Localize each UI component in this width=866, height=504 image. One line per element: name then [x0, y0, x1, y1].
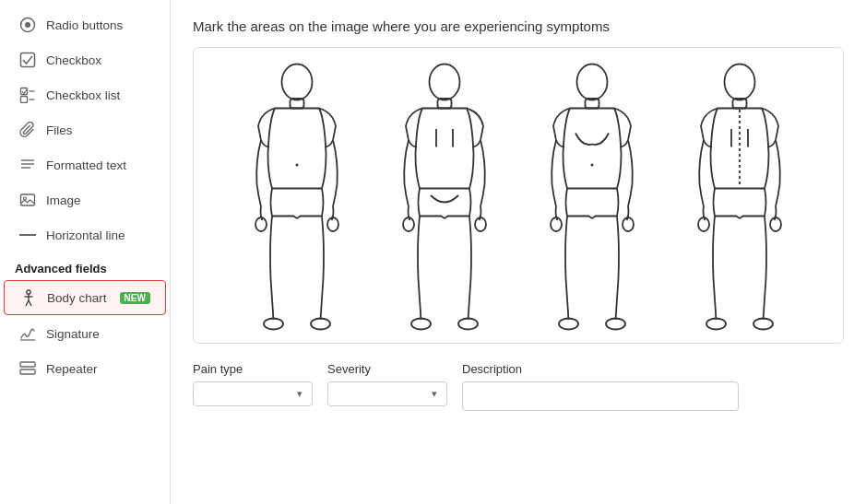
paperclip-icon: [18, 121, 37, 139]
radio-icon: [18, 16, 37, 34]
horizontal-line-icon: [18, 226, 37, 244]
sidebar-item-radio-buttons-label: Radio buttons: [46, 18, 123, 32]
sidebar-item-checkbox-label: Checkbox: [46, 53, 101, 67]
svg-point-39: [623, 217, 634, 231]
sidebar-item-formatted-text-label: Formatted text: [46, 158, 126, 172]
sidebar-item-files[interactable]: Files: [4, 113, 166, 147]
svg-point-42: [591, 164, 594, 167]
body-chart-icon: [19, 288, 38, 307]
main-title: Mark the areas on the image where you ar…: [193, 18, 844, 34]
svg-rect-10: [21, 194, 35, 205]
sidebar-item-horizontal-line[interactable]: Horizontal line: [4, 218, 166, 252]
sidebar-item-checkbox[interactable]: Checkbox: [4, 43, 166, 76]
signature-icon: [18, 324, 37, 343]
svg-point-49: [706, 319, 726, 330]
sidebar-item-checkbox-list-label: Checkbox list: [46, 88, 120, 102]
description-label: Description: [462, 362, 739, 376]
sidebar: Radio buttons Checkbox Checkbox list: [0, 0, 171, 504]
svg-point-24: [327, 217, 338, 231]
svg-rect-19: [20, 362, 35, 367]
pain-type-chevron: ▾: [297, 388, 303, 400]
sidebar-item-body-chart-label: Body chart: [47, 291, 107, 305]
body-figure-1: [232, 57, 362, 334]
sidebar-item-checkbox-list[interactable]: Checkbox list: [4, 78, 166, 111]
sidebar-item-files-label: Files: [46, 123, 73, 137]
body-chart-container[interactable]: [193, 47, 844, 344]
sidebar-item-horizontal-line-label: Horizontal line: [46, 229, 125, 242]
formatted-text-icon: [18, 156, 37, 174]
repeater-icon: [18, 359, 37, 378]
checkbox-list-icon: [18, 86, 37, 104]
svg-point-25: [264, 319, 283, 330]
svg-line-17: [29, 300, 31, 306]
sidebar-item-radio-buttons[interactable]: Radio buttons: [4, 8, 166, 41]
description-field: Description: [462, 362, 739, 411]
sidebar-item-body-chart[interactable]: Body chart NEW: [4, 280, 166, 315]
svg-point-40: [559, 319, 578, 330]
body-figure-4: [675, 57, 804, 334]
svg-point-1: [25, 22, 30, 28]
main-content: Mark the areas on the image where you ar…: [171, 0, 866, 504]
svg-point-21: [282, 64, 313, 100]
sidebar-item-formatted-text[interactable]: Formatted text: [4, 148, 166, 182]
checkbox-icon: [18, 51, 37, 69]
svg-point-11: [24, 197, 27, 200]
body-figure-3: [528, 57, 657, 334]
fields-row: Pain type ▾ Severity ▾ Description: [193, 362, 844, 411]
new-badge: NEW: [120, 292, 150, 304]
svg-point-28: [430, 64, 460, 100]
description-input[interactable]: [462, 381, 739, 411]
severity-label: Severity: [327, 362, 447, 376]
svg-point-13: [27, 290, 30, 294]
svg-point-43: [725, 64, 755, 100]
pain-type-field: Pain type ▾: [193, 362, 313, 406]
svg-point-47: [698, 217, 709, 231]
svg-point-50: [753, 319, 773, 330]
svg-point-26: [311, 319, 330, 330]
pain-type-label: Pain type: [193, 362, 313, 376]
svg-point-36: [577, 64, 608, 100]
svg-line-16: [26, 300, 29, 306]
svg-point-27: [296, 164, 299, 167]
svg-point-35: [458, 319, 478, 330]
svg-point-48: [770, 217, 781, 231]
pain-type-select[interactable]: ▾: [193, 381, 313, 406]
severity-field: Severity ▾: [327, 362, 447, 406]
sidebar-item-repeater[interactable]: Repeater: [4, 352, 166, 385]
svg-point-33: [475, 217, 486, 231]
svg-rect-4: [21, 97, 28, 103]
severity-select[interactable]: ▾: [327, 381, 447, 406]
svg-point-41: [606, 319, 625, 330]
sidebar-item-signature-label: Signature: [46, 327, 100, 341]
sidebar-item-signature[interactable]: Signature: [4, 317, 166, 350]
svg-point-32: [403, 217, 414, 231]
image-icon: [18, 191, 37, 209]
svg-rect-2: [21, 53, 35, 67]
severity-chevron: ▾: [432, 388, 437, 400]
sidebar-item-image-label: Image: [46, 193, 81, 207]
svg-point-34: [411, 319, 431, 330]
advanced-fields-title: Advanced fields: [0, 252, 170, 279]
sidebar-item-repeater-label: Repeater: [46, 362, 98, 376]
sidebar-item-image[interactable]: Image: [4, 183, 166, 217]
body-figure-2: [380, 57, 509, 334]
svg-point-23: [255, 217, 267, 231]
svg-point-38: [551, 217, 562, 231]
svg-rect-20: [20, 369, 35, 374]
